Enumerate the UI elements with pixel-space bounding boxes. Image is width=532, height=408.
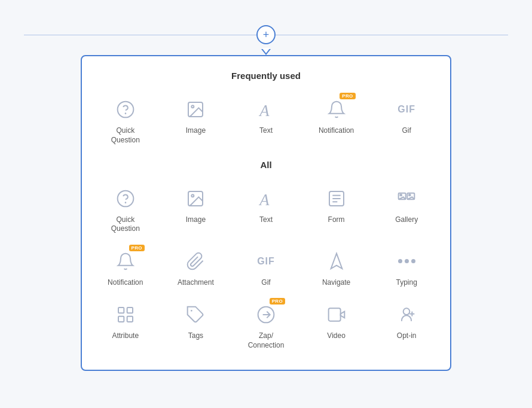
item-typing-1[interactable]: Typing	[377, 243, 436, 293]
add-row: +	[24, 25, 508, 44]
tags-icon-1	[182, 302, 209, 328]
dot-1	[398, 259, 402, 263]
quick-question-icon-2	[112, 185, 139, 212]
item-notification-1[interactable]: PRO Notification	[307, 92, 366, 150]
svg-point-0	[117, 102, 133, 118]
notification-label-1: Notification	[319, 126, 354, 136]
all-grid: QuickQuestion Image A Text	[91, 181, 441, 355]
item-zap-1[interactable]: PRO Zap/Connection	[236, 297, 296, 355]
gallery-label-1: Gallery	[395, 215, 418, 225]
attribute-label-1: Attribute	[112, 331, 139, 341]
quick-question-label-1: QuickQuestion	[111, 126, 140, 145]
image-label-1: Image	[186, 126, 206, 136]
attribute-icon-1	[112, 302, 139, 328]
svg-rect-21	[118, 316, 124, 322]
frequently-used-title: Frequently used	[91, 71, 441, 81]
item-text-2[interactable]: A Text	[236, 181, 296, 239]
tags-label-1: Tags	[188, 331, 203, 341]
item-image-1[interactable]: Image	[166, 92, 225, 150]
optin-label-1: Opt-in	[397, 331, 417, 341]
svg-point-28	[403, 309, 410, 315]
item-tags-1[interactable]: Tags	[166, 297, 225, 355]
frequently-used-grid: QuickQuestion Image A Text	[91, 92, 441, 150]
plus-icon: +	[263, 29, 270, 40]
svg-marker-27	[340, 312, 344, 318]
item-quick-question-2[interactable]: QuickQuestion	[96, 181, 155, 239]
image-label-2: Image	[186, 215, 206, 225]
gif-label-1: Gif	[402, 126, 411, 136]
item-attribute-1[interactable]: Attribute	[96, 297, 155, 355]
item-gallery-1[interactable]: Gallery	[377, 181, 436, 239]
gif-icon-1: GIF	[393, 96, 420, 123]
pointer-arrow	[261, 49, 271, 55]
dot-3	[411, 259, 415, 263]
item-attachment-1[interactable]: Attachment	[166, 243, 225, 293]
pro-badge-notification-1: PRO	[340, 93, 355, 99]
notification-label-2: Notification	[108, 278, 143, 288]
svg-rect-19	[118, 307, 124, 313]
quick-question-icon-1	[112, 96, 139, 123]
typing-label-1: Typing	[396, 278, 417, 288]
item-notification-2[interactable]: PRO Notification	[96, 243, 155, 293]
svg-point-16	[400, 194, 402, 196]
svg-marker-18	[331, 253, 342, 268]
pro-badge-zap: PRO	[270, 298, 285, 305]
all-title: All	[91, 160, 441, 170]
text-label-2: Text	[259, 215, 273, 225]
zap-label-1: Zap/Connection	[248, 331, 285, 350]
add-button[interactable]: +	[256, 25, 276, 44]
item-gif-2[interactable]: GIF Gif	[236, 243, 296, 293]
item-picker-panel: Frequently used QuickQuestion Image	[81, 55, 451, 370]
navigate-icon-1	[323, 248, 350, 275]
video-label-1: Video	[327, 331, 345, 341]
gif-icon-2: GIF	[253, 248, 279, 275]
dot-2	[405, 259, 409, 263]
outer-wrapper: + Frequently used QuickQuestion	[0, 13, 532, 394]
svg-rect-22	[127, 316, 132, 322]
image-icon-1	[182, 96, 209, 123]
item-navigate-1[interactable]: Navigate	[307, 243, 366, 293]
svg-text:A: A	[258, 190, 270, 208]
gif-label-2: Gif	[261, 278, 270, 288]
form-label-1: Form	[328, 215, 345, 225]
optin-icon-1	[393, 302, 420, 328]
text-icon-2: A	[253, 185, 279, 212]
text-label-1: Text	[259, 126, 273, 136]
svg-point-8	[192, 194, 194, 197]
svg-rect-20	[127, 307, 132, 313]
item-optin-1[interactable]: Opt-in	[377, 297, 436, 355]
navigate-label-1: Navigate	[322, 278, 350, 288]
item-gif-1[interactable]: GIF Gif	[377, 92, 436, 150]
notification-icon-1: PRO	[323, 96, 350, 123]
attachment-icon-1	[182, 248, 209, 275]
text-icon-1: A	[253, 96, 279, 123]
notification-icon-2: PRO	[112, 248, 139, 275]
image-icon-2	[182, 185, 209, 212]
quick-question-label-2: QuickQuestion	[111, 215, 140, 234]
svg-point-17	[409, 194, 411, 196]
item-form-1[interactable]: Form	[307, 181, 366, 239]
svg-point-5	[117, 190, 133, 206]
svg-rect-26	[328, 309, 340, 321]
item-image-2[interactable]: Image	[166, 181, 225, 239]
item-text-1[interactable]: A Text	[236, 92, 296, 150]
gallery-icon-1	[393, 185, 420, 212]
item-quick-question-1[interactable]: QuickQuestion	[96, 92, 155, 150]
frequently-used-section: Frequently used QuickQuestion Image	[91, 71, 441, 150]
attachment-label-1: Attachment	[178, 278, 214, 288]
all-section: All QuickQuestion Image	[91, 160, 441, 355]
svg-point-3	[192, 106, 194, 108]
zap-icon-1: PRO	[253, 302, 279, 328]
svg-text:A: A	[258, 102, 270, 119]
typing-icon-1	[393, 248, 420, 275]
video-icon-1	[323, 302, 350, 328]
item-video-1[interactable]: Video	[307, 297, 366, 355]
form-icon-1	[323, 185, 350, 212]
pro-badge-notification-2: PRO	[129, 245, 145, 251]
